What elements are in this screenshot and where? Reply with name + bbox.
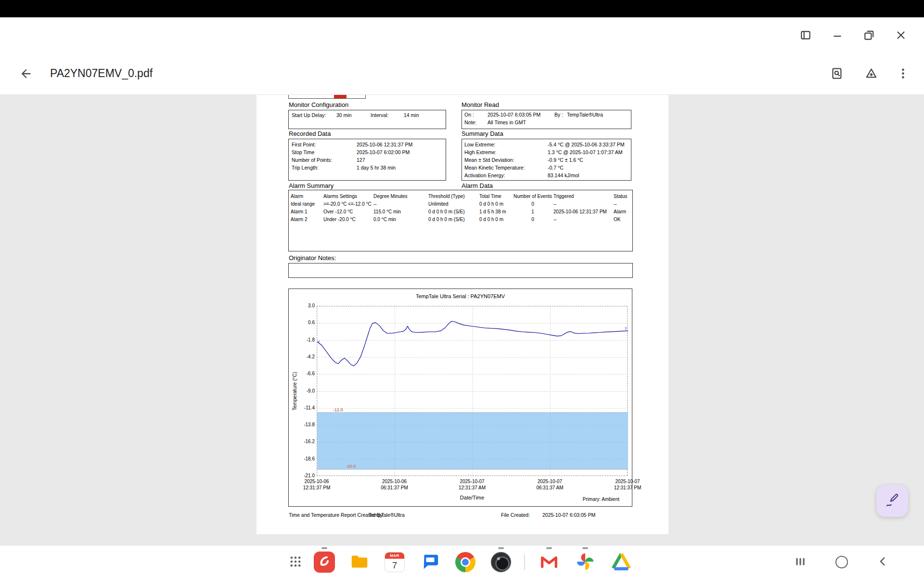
add-to-drive-button[interactable] xyxy=(861,65,881,84)
annotate-fab[interactable] xyxy=(876,485,908,517)
home-icon xyxy=(835,556,848,568)
x-tick-label: 2025-10-0712:31:37 PM xyxy=(599,479,656,491)
chart-canvas: TT xyxy=(317,306,628,476)
window-minimize-button[interactable] xyxy=(831,29,844,42)
section-heading: Originator Notes: xyxy=(289,254,336,262)
monitor-read-box: On : 2025-10-07 6:03:05 PM By : TempTale… xyxy=(462,110,631,129)
y-tick-label: -6.6 xyxy=(295,371,315,376)
screen: PA2YN07EMV_0.pdf Monitor Configuration S… xyxy=(0,0,924,578)
pdf-app-shortcut[interactable] xyxy=(314,552,335,573)
running-indicator xyxy=(582,547,588,549)
band-upper-limit-label: -12.0 xyxy=(333,407,343,412)
field-value: -5.4 °C @ 2025-10-06 3:33:37 PM xyxy=(548,142,625,147)
running-indicator xyxy=(498,547,504,549)
calendar-day: 7 xyxy=(385,559,404,572)
cell: OK xyxy=(614,217,620,222)
overflow-menu-button[interactable] xyxy=(893,65,912,84)
chrome-app-shortcut[interactable] xyxy=(455,552,475,572)
field-label: Stop Time xyxy=(292,149,314,155)
file-created-label: File Created: xyxy=(501,512,530,518)
y-tick-label: -21.0 xyxy=(295,473,315,478)
field-label: Activation Energy: xyxy=(464,172,505,178)
drive-icon xyxy=(611,552,631,573)
camera-app-shortcut[interactable] xyxy=(491,552,511,572)
recents-icon xyxy=(794,555,807,569)
running-indicator xyxy=(546,547,552,549)
home-button[interactable] xyxy=(835,555,848,569)
field-value: -0.7 °C xyxy=(548,165,564,171)
window-layout-icon xyxy=(799,29,812,43)
recents-button[interactable] xyxy=(794,556,807,568)
photos-app-shortcut[interactable] xyxy=(575,552,596,573)
field-value: 2025-10-07 6:03:05 PM xyxy=(488,112,540,118)
cell: -- xyxy=(373,201,377,207)
y-tick-label: 0.6 xyxy=(295,320,315,325)
summary-data-box: Low Extreme: -5.4 °C @ 2025-10-06 3:33:3… xyxy=(462,139,631,181)
field-value: 30 min xyxy=(336,112,352,118)
apps-grid-icon xyxy=(289,555,302,570)
alarm-table-box: Alarm Alarms Settings Degree Minutes Thr… xyxy=(288,190,633,251)
field-value: 14 min xyxy=(404,112,419,118)
cell: 0 d 0 h 0 m xyxy=(479,201,503,207)
chrome-icon xyxy=(455,552,475,572)
section-heading: Monitor Configuration xyxy=(289,101,348,108)
field-value: 1 day 5 hr 38 min xyxy=(357,165,396,171)
originator-notes-box xyxy=(288,263,633,278)
cell: -- xyxy=(553,217,557,222)
window-layout-button[interactable] xyxy=(799,29,812,42)
chat-icon xyxy=(420,552,440,573)
window-controls xyxy=(799,17,908,54)
pdf-app-icon xyxy=(314,552,335,573)
back-button[interactable] xyxy=(16,65,36,84)
cell: Alarm 1 xyxy=(291,209,307,214)
field-value: 2025-10-06 12:31:37 PM xyxy=(357,142,412,147)
svg-text:T: T xyxy=(625,327,627,331)
chat-app-shortcut[interactable] xyxy=(420,552,441,573)
cell: -- xyxy=(553,201,557,207)
field-value: -0.9 °C ± 1.6 °C xyxy=(548,157,583,163)
chart-x-axis-label: Date/Time xyxy=(317,495,628,500)
cell: 0.0 °C min xyxy=(373,217,396,222)
y-tick-label: -18.6 xyxy=(295,456,315,461)
field-label: By : xyxy=(554,112,563,118)
monitor-configuration-box: Start Up Delay: 30 min Interval: 14 min xyxy=(288,110,446,129)
field-label: Trip Length: xyxy=(292,165,319,171)
window-close-button[interactable] xyxy=(894,29,908,42)
running-indicator xyxy=(321,547,327,549)
taskbar: MAR 7 xyxy=(0,546,924,578)
gmail-app-shortcut[interactable] xyxy=(539,552,560,573)
col-header: Total Time xyxy=(479,194,501,199)
files-app-shortcut[interactable] xyxy=(349,552,370,573)
photos-icon xyxy=(575,552,595,573)
nav-back-button[interactable] xyxy=(876,555,889,569)
find-in-page-button[interactable] xyxy=(827,65,847,84)
field-label: Low Extreme: xyxy=(464,142,495,147)
x-tick-label: 2025-10-0706:31:37 AM xyxy=(521,479,579,491)
report-footer-value: TempTale®Ultra xyxy=(369,512,405,518)
x-tick-label: 2025-10-0612:31:37 PM xyxy=(288,479,346,491)
y-tick-label: -16.2 xyxy=(295,439,315,444)
chart-title: TempTale Ultra Serial : PA2YN07EMV xyxy=(289,293,632,299)
cell: 0 d 0 h 0 m xyxy=(479,217,503,222)
apps-grid-button[interactable] xyxy=(288,555,303,569)
field-label: High Extreme: xyxy=(464,149,497,155)
cell: 0 d 0 h 0 m (S/E) xyxy=(428,209,465,214)
cell: Unlimited xyxy=(428,201,449,207)
field-label: Start Up Delay: xyxy=(292,112,326,118)
pdf-page: Monitor Configuration Start Up Delay: 30… xyxy=(257,95,668,534)
pdf-viewport[interactable]: Monitor Configuration Start Up Delay: 30… xyxy=(0,95,924,546)
calendar-app-shortcut[interactable]: MAR 7 xyxy=(385,552,405,572)
field-label: Mean Kinetic Temperature: xyxy=(464,165,525,171)
cell: >=-20.0 °C <=-12.0 °C xyxy=(323,201,372,207)
calendar-month: MAR xyxy=(385,552,404,559)
table-row: Ideal range >=-20.0 °C <=-12.0 °C -- Unl… xyxy=(289,201,632,208)
svg-text:T: T xyxy=(318,340,320,344)
restore-icon xyxy=(863,29,875,43)
cell: 2025-10-06 12:31:37 PM xyxy=(553,209,607,214)
gmail-icon xyxy=(539,552,559,573)
drive-app-shortcut[interactable] xyxy=(611,552,632,573)
document-title: PA2YN07EMV_0.pdf xyxy=(50,67,153,80)
field-value: 83.144 kJ/mol xyxy=(548,172,579,178)
chart-legend: Primary: Ambient xyxy=(583,497,619,502)
window-restore-button[interactable] xyxy=(862,29,876,42)
